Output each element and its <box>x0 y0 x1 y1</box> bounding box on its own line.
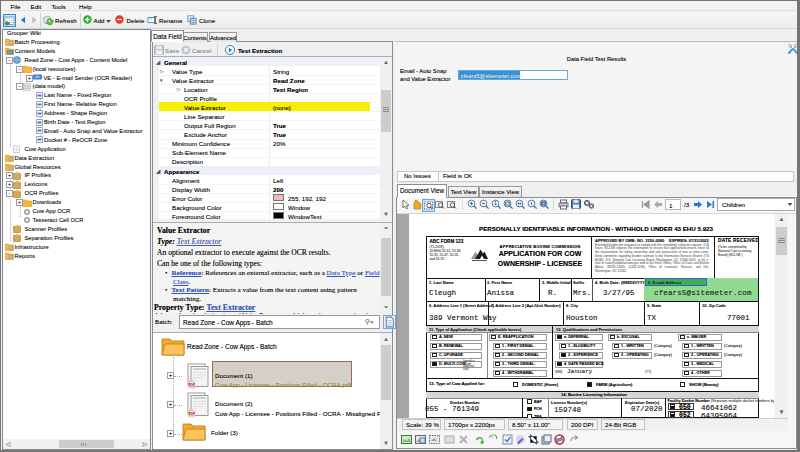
svg-text:abc: abc <box>35 75 41 79</box>
svg-text:PDF: PDF <box>189 412 195 416</box>
svg-text:PDF: PDF <box>189 383 195 387</box>
